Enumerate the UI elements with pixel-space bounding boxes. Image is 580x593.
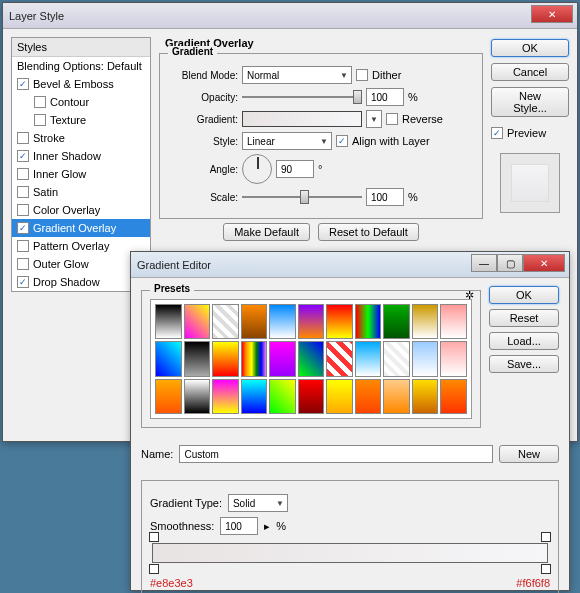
preset-swatch[interactable] [269, 379, 296, 414]
new-button[interactable]: New [499, 445, 559, 463]
preset-swatch[interactable] [383, 379, 410, 414]
preset-swatch[interactable] [241, 341, 268, 376]
color-stop-left[interactable] [149, 564, 159, 574]
new-style-button[interactable]: New Style... [491, 87, 569, 117]
close-icon[interactable]: ✕ [523, 254, 565, 272]
style-item[interactable]: Satin [12, 183, 150, 201]
preset-swatch[interactable] [355, 304, 382, 339]
style-item[interactable]: Inner Glow [12, 165, 150, 183]
preset-swatch[interactable] [326, 341, 353, 376]
preset-swatch[interactable] [241, 304, 268, 339]
preset-swatch[interactable] [298, 304, 325, 339]
styles-header[interactable]: Styles [12, 38, 150, 57]
style-checkbox[interactable] [17, 132, 29, 144]
style-item[interactable]: Inner Shadow [12, 147, 150, 165]
style-checkbox[interactable] [17, 186, 29, 198]
preset-swatch[interactable] [298, 341, 325, 376]
angle-dial[interactable] [242, 154, 272, 184]
opacity-stop-right[interactable] [541, 532, 551, 542]
color-stop-right[interactable] [541, 564, 551, 574]
cancel-button[interactable]: Cancel [491, 63, 569, 81]
scale-input[interactable] [366, 188, 404, 206]
style-select[interactable]: Linear [242, 132, 332, 150]
preset-swatch[interactable] [241, 379, 268, 414]
preset-swatch[interactable] [155, 379, 182, 414]
preset-swatch[interactable] [155, 304, 182, 339]
opacity-input[interactable] [366, 88, 404, 106]
gradient-preview[interactable] [242, 111, 362, 127]
preset-swatch[interactable] [269, 304, 296, 339]
preset-swatch[interactable] [440, 341, 467, 376]
preset-swatch[interactable] [212, 379, 239, 414]
dither-checkbox[interactable] [356, 69, 368, 81]
ok-button[interactable]: OK [489, 286, 559, 304]
style-label: Color Overlay [33, 204, 100, 216]
blend-mode-select[interactable]: Normal [242, 66, 352, 84]
preset-swatch[interactable] [440, 304, 467, 339]
preset-swatch[interactable] [412, 379, 439, 414]
preset-swatch[interactable] [155, 341, 182, 376]
style-item[interactable]: Bevel & Emboss [12, 75, 150, 93]
preset-swatch[interactable] [212, 304, 239, 339]
preset-swatch[interactable] [383, 341, 410, 376]
preset-swatch[interactable] [383, 304, 410, 339]
gradient-dropdown[interactable] [366, 110, 382, 128]
blending-options[interactable]: Blending Options: Default [12, 57, 150, 75]
style-checkbox[interactable] [17, 168, 29, 180]
style-item[interactable]: Gradient Overlay [12, 219, 150, 237]
preset-swatch[interactable] [412, 304, 439, 339]
preset-swatch[interactable] [355, 341, 382, 376]
opacity-stop-left[interactable] [149, 532, 159, 542]
preset-swatch[interactable] [269, 341, 296, 376]
close-icon[interactable]: ✕ [531, 5, 573, 23]
load-button[interactable]: Load... [489, 332, 559, 350]
reverse-checkbox[interactable] [386, 113, 398, 125]
preset-swatch[interactable] [326, 304, 353, 339]
style-item[interactable]: Texture [12, 111, 150, 129]
dropdown-icon[interactable]: ▸ [264, 520, 270, 533]
preset-swatch[interactable] [212, 341, 239, 376]
style-checkbox[interactable] [17, 222, 29, 234]
align-checkbox[interactable] [336, 135, 348, 147]
style-item[interactable]: Contour [12, 93, 150, 111]
style-checkbox[interactable] [17, 204, 29, 216]
style-checkbox[interactable] [17, 276, 29, 288]
preview-swatch [511, 164, 549, 202]
opacity-slider[interactable] [242, 90, 362, 104]
style-label: Contour [50, 96, 89, 108]
reset-button[interactable]: Reset [489, 309, 559, 327]
titlebar[interactable]: Gradient Editor — ▢ ✕ [131, 252, 569, 278]
gradient-bar[interactable] [152, 543, 548, 563]
minimize-icon[interactable]: — [471, 254, 497, 272]
reset-default-button[interactable]: Reset to Default [318, 223, 419, 241]
style-checkbox[interactable] [17, 150, 29, 162]
gear-icon[interactable]: ✲ [465, 289, 474, 302]
make-default-button[interactable]: Make Default [223, 223, 310, 241]
save-button[interactable]: Save... [489, 355, 559, 373]
style-checkbox[interactable] [17, 240, 29, 252]
titlebar[interactable]: Layer Style ✕ [3, 3, 577, 29]
ok-button[interactable]: OK [491, 39, 569, 57]
style-checkbox[interactable] [17, 78, 29, 90]
style-checkbox[interactable] [17, 258, 29, 270]
preset-swatch[interactable] [355, 379, 382, 414]
smooth-input[interactable] [220, 517, 258, 535]
style-item[interactable]: Stroke [12, 129, 150, 147]
preset-swatch[interactable] [184, 379, 211, 414]
preview-checkbox[interactable] [491, 127, 503, 139]
style-item[interactable]: Color Overlay [12, 201, 150, 219]
angle-input[interactable] [276, 160, 314, 178]
scale-slider[interactable] [242, 190, 362, 204]
preset-swatch[interactable] [184, 304, 211, 339]
preset-swatch[interactable] [326, 379, 353, 414]
name-input[interactable] [179, 445, 493, 463]
type-select[interactable]: Solid [228, 494, 288, 512]
preset-swatch[interactable] [440, 379, 467, 414]
style-label: Satin [33, 186, 58, 198]
preset-swatch[interactable] [184, 341, 211, 376]
preset-swatch[interactable] [298, 379, 325, 414]
style-checkbox[interactable] [34, 114, 46, 126]
style-checkbox[interactable] [34, 96, 46, 108]
maximize-icon[interactable]: ▢ [497, 254, 523, 272]
preset-swatch[interactable] [412, 341, 439, 376]
